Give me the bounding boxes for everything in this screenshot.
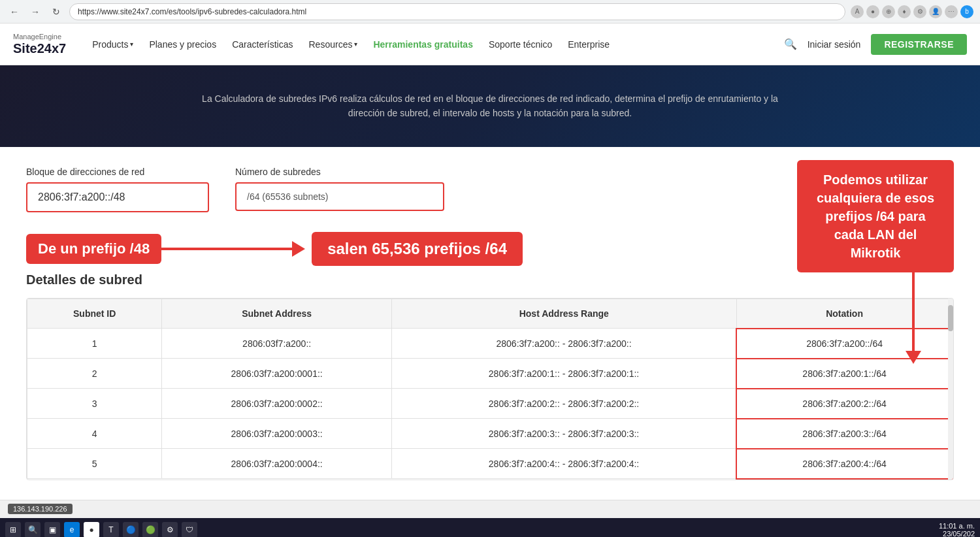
cell-subnet-address: 2806:03f7:a200:0004::	[162, 449, 392, 479]
nav-herramientas-label: Herramientas gratuitas	[373, 39, 473, 50]
nav-products[interactable]: Products ▾	[92, 39, 133, 50]
hero-section: La Calculadora de subredes IPv6 realiza …	[0, 65, 980, 147]
cell-subnet-id: 2	[27, 359, 162, 389]
nav-planes[interactable]: Planes y precios	[149, 39, 216, 50]
subnets-label: Número de subredes	[235, 167, 444, 177]
logo-top-text: ManageEngine	[13, 33, 66, 41]
result-annotation: salen 65,536 prefijos /64	[312, 232, 523, 266]
cell-subnet-id: 3	[27, 389, 162, 419]
browser-b-icon: b	[960, 5, 973, 18]
cell-subnet-id: 4	[27, 419, 162, 449]
nav-actions: 🔍 Iniciar sesión REGISTRARSE	[784, 34, 967, 55]
taskbar-date-value: 23/05/202	[939, 530, 975, 537]
browser-ext-icon2: ●	[866, 5, 879, 18]
taskbar-taskview-icon[interactable]: ▣	[44, 522, 60, 537]
network-input[interactable]	[26, 182, 209, 212]
section-title: Detalles de subred	[26, 272, 954, 287]
cell-host-range: 2806:3f7:a200:3:: - 2806:3f7:a200:3::	[391, 419, 736, 449]
nav-products-label: Products	[92, 39, 128, 50]
nav-resources-label: Resources	[309, 39, 353, 50]
cell-subnet-address: 2806:03f7:a200::	[162, 329, 392, 359]
navbar: ManageEngine Site24x7 Products ▾ Planes …	[0, 24, 980, 65]
subnets-input[interactable]	[235, 182, 444, 211]
browser-toolbar-icons: A ● ⊕ ♦ ⚙ 👤 ⋯ b	[851, 5, 973, 18]
col-subnet-address: Subnet Address	[162, 299, 392, 329]
cell-host-range: 2806:3f7:a200:1:: - 2806:3f7:a200:1::	[391, 359, 736, 389]
nav-resources[interactable]: Resources ▾	[309, 39, 358, 50]
annotation-arrow	[161, 241, 305, 257]
logo-bottom-text: Site24x7	[13, 41, 66, 56]
cell-host-range: 2806:3f7:a200:2:: - 2806:3f7:a200:2::	[391, 389, 736, 419]
nav-planes-label: Planes y precios	[149, 39, 216, 50]
nav-enterprise[interactable]: Enterprise	[568, 39, 610, 50]
forward-button[interactable]: →	[27, 4, 43, 20]
nav-links: Products ▾ Planes y precios Característi…	[92, 39, 784, 50]
cell-host-range: 2806:3f7:a200:: - 2806:3f7:a200::	[391, 329, 736, 359]
table-row: 52806:03f7:a200:0004::2806:3f7:a200:4:: …	[27, 449, 953, 479]
taskbar-app5-icon[interactable]: 🟢	[142, 522, 158, 537]
taskbar-app3-icon[interactable]: T	[103, 522, 119, 537]
register-button[interactable]: REGISTRARSE	[871, 34, 967, 55]
nav-soporte[interactable]: Soporte técnico	[489, 39, 552, 50]
taskbar-edge-icon[interactable]: e	[64, 522, 80, 537]
subnet-table-wrapper: Subnet ID Subnet Address Host Address Ra…	[26, 298, 954, 480]
table-row: 22806:03f7:a200:0001::2806:3f7:a200:1:: …	[27, 359, 953, 389]
login-button[interactable]: Iniciar sesión	[808, 39, 861, 50]
cell-host-range: 2806:3f7:a200:4:: - 2806:3f7:a200:4::	[391, 449, 736, 479]
taskbar-app6-icon[interactable]: ⚙	[162, 522, 178, 537]
cell-subnet-id: 5	[27, 449, 162, 479]
status-bar: 136.143.190.226	[0, 500, 980, 518]
subnet-table: Subnet ID Subnet Address Host Address Ra…	[27, 299, 953, 480]
col-host-range: Host Address Range	[391, 299, 736, 329]
nav-products-arrow: ▾	[130, 41, 133, 48]
table-row: 42806:03f7:a200:0003::2806:3f7:a200:3:: …	[27, 419, 953, 449]
main-content: Podemos utilizar cualquiera de esos pref…	[0, 147, 980, 500]
taskbar-search-icon[interactable]: 🔍	[25, 522, 41, 537]
taskbar-app4-icon[interactable]: 🔵	[123, 522, 139, 537]
hero-description: La Calculadora de subredes IPv6 realiza …	[196, 91, 784, 121]
browser-menu-icon: ⋯	[945, 5, 958, 18]
nav-enterprise-label: Enterprise	[568, 39, 610, 50]
tooltip-text: Podemos utilizar cualquiera de esos pref…	[817, 172, 934, 260]
table-row: 32806:03f7:a200:0002::2806:3f7:a200:2:: …	[27, 389, 953, 419]
status-ip: 136.143.190.226	[8, 504, 73, 514]
tooltip-box: Podemos utilizar cualquiera de esos pref…	[797, 160, 954, 272]
browser-ext-icon: A	[851, 5, 864, 18]
nav-resources-arrow: ▾	[354, 41, 357, 48]
nav-herramientas[interactable]: Herramientas gratuitas	[373, 39, 473, 50]
taskbar-time-value: 11:01 a. m.	[939, 522, 975, 530]
cell-subnet-id: 1	[27, 329, 162, 359]
table-row: 12806:03f7:a200::2806:3f7:a200:: - 2806:…	[27, 329, 953, 359]
nav-caracteristicas[interactable]: Características	[232, 39, 293, 50]
browser-ext-icon5: ⚙	[913, 5, 926, 18]
taskbar-windows-icon[interactable]: ⊞	[5, 522, 21, 537]
logo: ManageEngine Site24x7	[13, 33, 66, 55]
reload-button[interactable]: ↻	[48, 4, 64, 20]
col-subnet-id: Subnet ID	[27, 299, 162, 329]
url-bar[interactable]	[69, 3, 845, 20]
browser-profile-icon: 👤	[929, 5, 942, 18]
network-label: Bloque de direcciones de red	[26, 167, 209, 177]
nav-caracteristicas-label: Características	[232, 39, 293, 50]
cell-notation: 2806:3f7:a200:4::/64	[736, 449, 953, 479]
taskbar: ⊞ 🔍 ▣ e ● T 🔵 🟢 ⚙ 🛡 11:01 a. m. 23/05/20…	[0, 518, 980, 537]
subnets-group: Número de subredes	[235, 167, 444, 211]
taskbar-clock: 11:01 a. m. 23/05/202	[939, 522, 975, 537]
browser-chrome: ← → ↻ A ● ⊕ ♦ ⚙ 👤 ⋯ b	[0, 0, 980, 24]
network-block-group: Bloque de direcciones de red	[26, 167, 209, 212]
cell-subnet-address: 2806:03f7:a200:0001::	[162, 359, 392, 389]
back-button[interactable]: ←	[7, 4, 22, 20]
cell-subnet-address: 2806:03f7:a200:0002::	[162, 389, 392, 419]
cell-subnet-address: 2806:03f7:a200:0003::	[162, 419, 392, 449]
taskbar-app7-icon[interactable]: 🛡	[182, 522, 197, 537]
search-icon[interactable]: 🔍	[784, 38, 797, 50]
cell-notation: 2806:3f7:a200:3::/64	[736, 419, 953, 449]
prefix-annotation: De un prefijo /48	[26, 234, 161, 264]
table-header-row: Subnet ID Subnet Address Host Address Ra…	[27, 299, 953, 329]
scrollbar-thumb	[948, 305, 953, 331]
scrollbar[interactable]	[948, 299, 953, 480]
browser-ext-icon4: ♦	[898, 5, 911, 18]
cell-notation: 2806:3f7:a200:2::/64	[736, 389, 953, 419]
nav-soporte-label: Soporte técnico	[489, 39, 552, 50]
taskbar-chrome-icon[interactable]: ●	[84, 522, 99, 537]
